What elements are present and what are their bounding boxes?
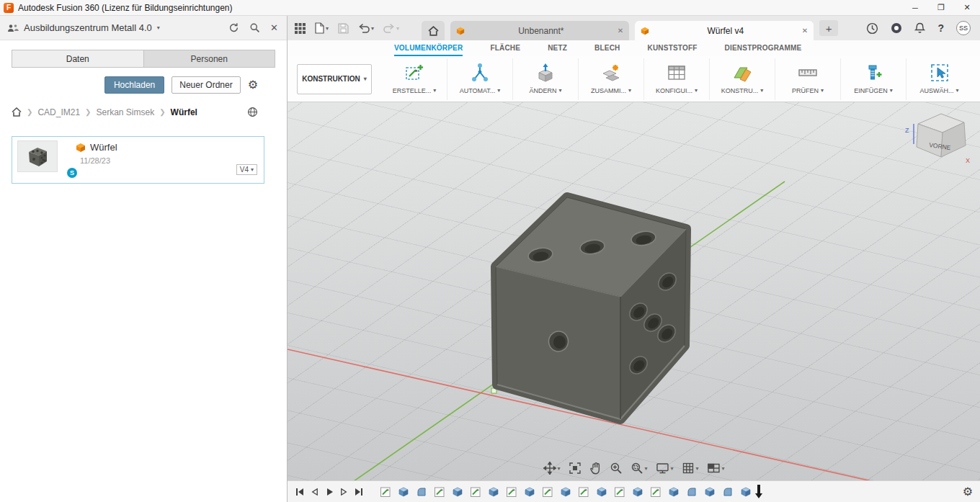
refresh-icon[interactable]: [228, 22, 239, 33]
workspace-selector[interactable]: KONSTRUKTION▾: [297, 64, 372, 94]
globe-icon[interactable]: [247, 107, 258, 117]
undo-icon[interactable]: ▾: [358, 23, 374, 33]
model-die[interactable]: [496, 197, 686, 419]
play-icon[interactable]: [324, 487, 334, 497]
grid-snaps-icon[interactable]: ▾: [682, 462, 699, 475]
tab-personen[interactable]: Personen: [143, 50, 276, 68]
user-avatar[interactable]: SS: [956, 21, 971, 35]
timeline-feature-feature[interactable]: [488, 486, 499, 498]
timeline-feature-feature[interactable]: [596, 486, 607, 498]
go-to-start-icon[interactable]: [295, 487, 305, 497]
home-icon[interactable]: [12, 107, 22, 117]
new-folder-button[interactable]: Neuer Ordner: [172, 76, 240, 94]
timeline-feature-sketch[interactable]: [380, 486, 391, 498]
extensions-icon[interactable]: [891, 22, 902, 34]
insert-icon[interactable]: [863, 60, 884, 85]
close-tab-icon[interactable]: ✕: [802, 27, 808, 35]
team-name[interactable]: Ausbildungszentrum Metall 4.0: [24, 22, 152, 33]
save-icon[interactable]: [338, 23, 349, 34]
minimize-button[interactable]: ─: [902, 0, 928, 15]
zoom-in-icon[interactable]: [609, 462, 622, 475]
go-to-end-icon[interactable]: [354, 487, 364, 497]
search-icon[interactable]: [249, 22, 260, 33]
chevron-down-icon[interactable]: ▾: [157, 24, 160, 31]
breadcrumb-item-current[interactable]: Würfel: [171, 107, 197, 117]
timeline-feature-feature[interactable]: [524, 486, 535, 498]
ribbon-group-label: ÄNDERN: [529, 87, 556, 94]
timeline-scrubber[interactable]: [754, 485, 763, 499]
timeline-feature-feature[interactable]: [560, 486, 571, 498]
construct-icon[interactable]: [731, 60, 753, 85]
assemble-icon[interactable]: [600, 60, 622, 85]
viewport-3d[interactable]: VORNE Z X ▾: [288, 102, 980, 480]
modify-icon[interactable]: [535, 60, 556, 85]
ribbon-tab-kunststoff[interactable]: KUNSTSTOFF: [648, 40, 698, 56]
timeline-feature-sketch[interactable]: [578, 486, 589, 498]
ribbon-tab-netz[interactable]: NETZ: [548, 40, 567, 56]
select-icon[interactable]: [929, 60, 950, 85]
display-settings-icon[interactable]: ▾: [655, 462, 673, 475]
close-tab-icon[interactable]: ✕: [618, 27, 623, 35]
timeline-feature-sketch[interactable]: [650, 486, 662, 498]
help-icon[interactable]: ?: [937, 22, 944, 34]
redo-icon[interactable]: ▾: [383, 23, 399, 33]
automate-icon[interactable]: [469, 60, 491, 85]
timeline-feature-fillet[interactable]: [686, 486, 698, 498]
chevron-down-icon: ▾: [722, 465, 725, 472]
ribbon-tab-volumenkoerper[interactable]: VOLUMENKÖRPER: [394, 40, 463, 56]
apps-grid-icon[interactable]: [295, 23, 306, 34]
doc-tab-unbenannt[interactable]: Unbenannt* ✕: [450, 21, 629, 40]
job-status-icon[interactable]: [866, 22, 878, 35]
file-name[interactable]: Würfel: [90, 142, 117, 153]
view-cube[interactable]: VORNE Z X: [905, 107, 971, 167]
timeline-feature-feature[interactable]: [668, 486, 680, 498]
ribbon-group-label: EINFÜGEN: [854, 87, 888, 94]
timeline-feature-fillet[interactable]: [722, 486, 734, 498]
timeline-feature-sketch[interactable]: [506, 486, 517, 498]
file-card-wuerfel[interactable]: Würfel 11/28/23 V4▾ S: [12, 136, 264, 184]
maximize-button[interactable]: ❐: [928, 0, 954, 15]
timeline-feature-fillet[interactable]: [416, 486, 427, 498]
timeline-feature-feature[interactable]: [452, 486, 463, 498]
fit-icon[interactable]: [568, 462, 581, 475]
breadcrumb-item[interactable]: CAD_IM21: [37, 107, 80, 117]
zoom-window-icon[interactable]: ▾: [630, 462, 647, 475]
viewports-icon[interactable]: ▾: [707, 462, 725, 475]
timeline-feature-sketch[interactable]: [434, 486, 445, 498]
step-forward-icon[interactable]: [339, 487, 349, 497]
ribbon-tab-blech[interactable]: BLECH: [594, 40, 620, 56]
doc-tab-wuerfel-v4[interactable]: Würfel v4 ✕: [635, 21, 814, 40]
new-tab-button[interactable]: +: [819, 20, 838, 36]
timeline-feature-feature[interactable]: [398, 486, 409, 498]
tab-daten[interactable]: Daten: [12, 50, 143, 68]
timeline-feature-sketch[interactable]: [542, 486, 553, 498]
inspect-measure-icon[interactable]: [797, 60, 819, 85]
ribbon-tab-flaeche[interactable]: FLÄCHE: [490, 40, 520, 56]
step-back-icon[interactable]: [310, 487, 319, 497]
create-sketch-icon[interactable]: [404, 60, 425, 85]
chevron-down-icon: ▾: [644, 465, 647, 472]
breadcrumb-item[interactable]: Serkan Simsek: [96, 107, 154, 117]
upload-button[interactable]: Hochladen: [104, 76, 164, 94]
timeline-feature-sketch[interactable]: [614, 486, 625, 498]
timeline-feature-feature[interactable]: [740, 486, 752, 498]
timeline-feature-sketch[interactable]: [470, 486, 481, 498]
timeline-feature-feature[interactable]: [632, 486, 643, 498]
panel-settings-gear-icon[interactable]: ⚙: [248, 79, 258, 91]
ribbon-tab-dienstprogramme[interactable]: DIENSTPROGRAMME: [725, 40, 802, 56]
version-badge[interactable]: V4▾: [236, 164, 257, 175]
pan-icon[interactable]: ▾: [543, 462, 560, 475]
home-tab-button[interactable]: [422, 21, 445, 40]
close-button[interactable]: ✕: [954, 0, 980, 15]
configure-icon[interactable]: [666, 60, 687, 85]
timeline-settings-gear-icon[interactable]: ⚙: [963, 486, 973, 498]
notifications-bell-icon[interactable]: [914, 22, 925, 34]
ribbon-group-auswaehlen: AUSWÄH...▾: [906, 58, 972, 100]
file-menu-icon[interactable]: ▾: [315, 22, 329, 34]
orbit-hand-icon[interactable]: [589, 462, 601, 475]
close-panel-icon[interactable]: ✕: [270, 22, 278, 33]
z-axis-label: Z: [905, 127, 909, 134]
chevron-down-icon: ▾: [433, 87, 436, 94]
timeline-feature-feature[interactable]: [704, 486, 716, 498]
ribbon-group-konfigurieren: KONFIGUI...▾: [644, 58, 710, 100]
